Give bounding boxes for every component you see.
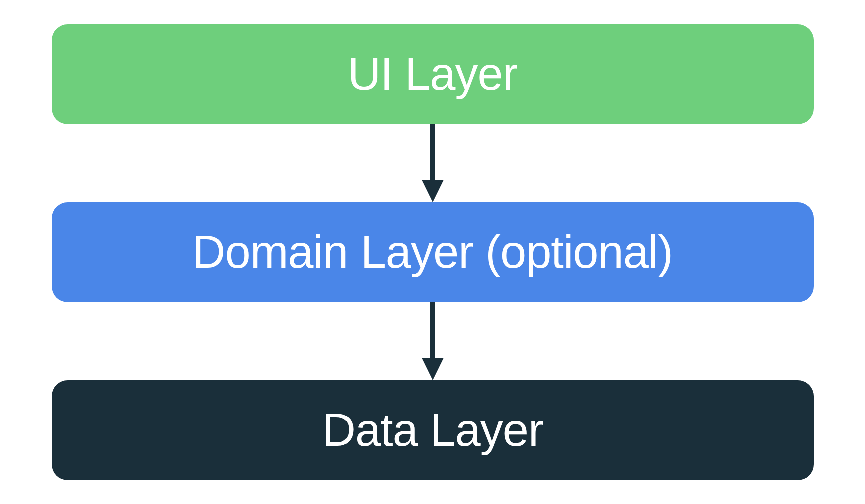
arrow-down-icon <box>418 302 448 380</box>
data-layer-label: Data Layer <box>322 404 543 456</box>
svg-marker-3 <box>422 358 444 380</box>
arrow-down-icon <box>418 124 448 202</box>
ui-layer-box: UI Layer <box>52 24 814 124</box>
data-layer-box: Data Layer <box>52 380 814 480</box>
ui-layer-label: UI Layer <box>348 48 518 100</box>
architecture-diagram: UI Layer Domain Layer (optional) Data La… <box>52 24 814 480</box>
svg-marker-1 <box>422 180 444 202</box>
domain-layer-box: Domain Layer (optional) <box>52 202 814 302</box>
domain-layer-label: Domain Layer (optional) <box>192 226 673 278</box>
